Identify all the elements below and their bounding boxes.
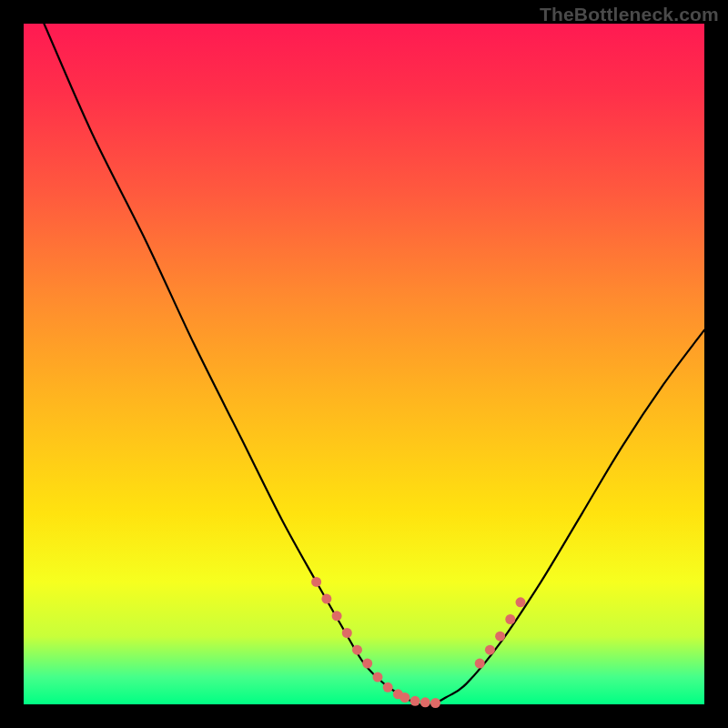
curve-marker [332, 611, 342, 621]
curve-marker [430, 698, 440, 708]
chart-frame: TheBottleneck.com [0, 0, 728, 728]
curve-marker [399, 693, 410, 703]
curve-marker [516, 597, 526, 607]
curve-marker [362, 659, 372, 669]
curve-marker [475, 659, 485, 669]
plot-area [24, 24, 704, 704]
curve-marker [420, 697, 430, 707]
curve-marker [410, 696, 420, 706]
bottleneck-curve [44, 24, 704, 705]
curve-marker [321, 594, 331, 604]
curve-marker [342, 628, 352, 638]
marker-cluster-right [475, 597, 526, 668]
marker-cluster-left [311, 577, 440, 708]
watermark-text: TheBottleneck.com [540, 4, 719, 25]
curve-svg [24, 24, 704, 704]
curve-marker [311, 577, 321, 587]
curve-marker [495, 632, 505, 642]
curve-marker [383, 682, 393, 693]
curve-marker [485, 645, 495, 655]
curve-marker [505, 614, 515, 624]
curve-marker [373, 672, 383, 682]
curve-marker [352, 645, 362, 655]
